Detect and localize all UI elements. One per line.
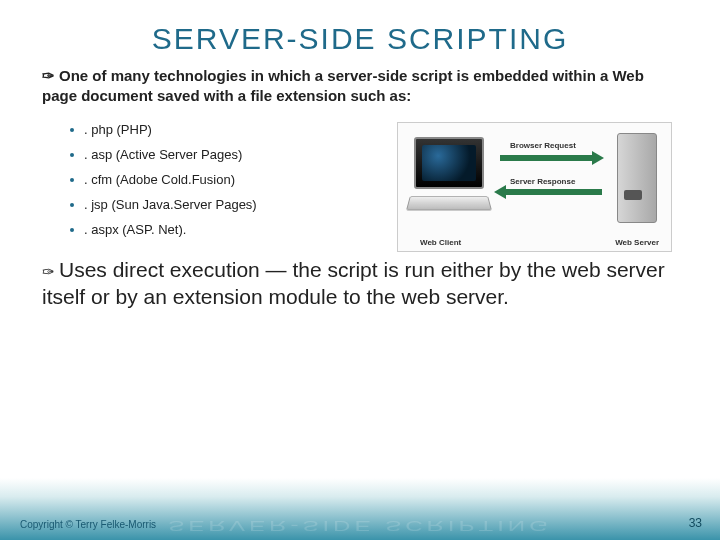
server-label: Web Server [615, 238, 659, 247]
copyright-text: Copyright © Terry Felke-Morris [20, 519, 156, 530]
keyboard-icon [406, 196, 492, 210]
content-area: ✑One of many technologies in which a ser… [0, 56, 720, 310]
list-item-label: . aspx (ASP. Net). [84, 222, 186, 237]
list-item-label: . jsp (Sun Java.Server Pages) [84, 197, 257, 212]
extension-list: . php (PHP) . asp (Active Server Pages) … [42, 107, 342, 242]
request-label: Browser Request [510, 141, 576, 150]
page-number: 33 [689, 516, 702, 530]
list-item: . jsp (Sun Java.Server Pages) [70, 192, 342, 217]
monitor-icon [414, 137, 484, 189]
dot-icon [70, 203, 74, 207]
list-item-label: . cfm (Adobe Cold.Fusion) [84, 172, 235, 187]
client-server-diagram: Browser Request Server Response Web Clie… [397, 122, 672, 252]
dot-icon [70, 128, 74, 132]
footer: SERVER-SIDE SCRIPTING Copyright © Terry … [0, 478, 720, 540]
client-label: Web Client [420, 238, 461, 247]
bullet-icon: ✑ [42, 66, 55, 86]
uses-text: Uses direct execution — the script is ru… [42, 258, 665, 308]
list-item: . asp (Active Server Pages) [70, 142, 342, 167]
list-item-label: . php (PHP) [84, 122, 152, 137]
dot-icon [70, 228, 74, 232]
server-tower-icon [617, 133, 657, 223]
response-arrow-icon [494, 185, 604, 199]
title-reflection: SERVER-SIDE SCRIPTING [168, 518, 552, 535]
dot-icon [70, 153, 74, 157]
bullet-icon: ✑ [42, 262, 55, 282]
list-item: . php (PHP) [70, 117, 342, 142]
slide: SERVER-SIDE SCRIPTING ✑One of many techn… [0, 0, 720, 540]
request-arrow-icon [494, 151, 604, 165]
dot-icon [70, 178, 74, 182]
intro-text: One of many technologies in which a serv… [42, 67, 644, 104]
list-item: . cfm (Adobe Cold.Fusion) [70, 167, 342, 192]
slide-title: SERVER-SIDE SCRIPTING [0, 0, 720, 56]
list-item: . aspx (ASP. Net). [70, 217, 342, 242]
list-item-label: . asp (Active Server Pages) [84, 147, 242, 162]
response-label: Server Response [510, 177, 575, 186]
intro-paragraph: ✑One of many technologies in which a ser… [42, 66, 678, 107]
